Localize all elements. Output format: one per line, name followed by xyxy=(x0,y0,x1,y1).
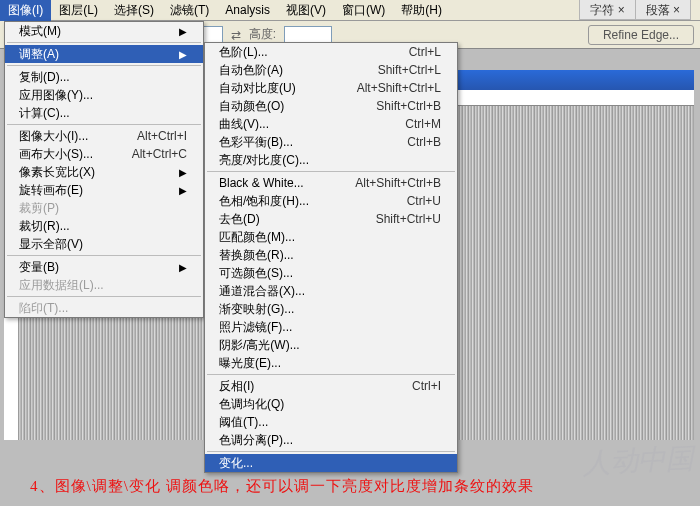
menu-item-label: 应用数据组(L)... xyxy=(19,277,104,294)
menu-3[interactable]: 滤镜(T) xyxy=(162,0,217,21)
menu-item-label: 色调分离(P)... xyxy=(219,432,293,449)
menu-item-label: 替换颜色(R)... xyxy=(219,247,294,264)
menu-item-label: 渐变映射(G)... xyxy=(219,301,294,318)
menu-adjust-item[interactable]: 色阶(L)...Ctrl+L xyxy=(205,43,457,61)
menu-item-shortcut: Ctrl+B xyxy=(407,135,441,149)
menu-adjust-item[interactable]: 照片滤镜(F)... xyxy=(205,318,457,336)
refine-edge-button[interactable]: Refine Edge... xyxy=(588,25,694,45)
menu-image-item[interactable]: 画布大小(S)...Alt+Ctrl+C xyxy=(5,145,203,163)
menu-item-label: 调整(A) xyxy=(19,46,59,63)
menu-item-label: 裁切(R)... xyxy=(19,218,70,235)
menu-item-label: 曲线(V)... xyxy=(219,116,269,133)
menu-item-label: 曝光度(E)... xyxy=(219,355,281,372)
menu-adjust-item[interactable]: 去色(D)Shift+Ctrl+U xyxy=(205,210,457,228)
menu-item-label: 去色(D) xyxy=(219,211,260,228)
panel-tab-1[interactable]: 段落 × xyxy=(636,0,690,19)
menu-item-label: 裁剪(P) xyxy=(19,200,59,217)
menu-adjust-item[interactable]: 亮度/对比度(C)... xyxy=(205,151,457,169)
menu-item-label: 亮度/对比度(C)... xyxy=(219,152,309,169)
menu-item-label: 色阶(L)... xyxy=(219,44,268,61)
menu-2[interactable]: 选择(S) xyxy=(106,0,162,21)
menu-item-label: 变化... xyxy=(219,455,253,472)
menu-item-label: 阴影/高光(W)... xyxy=(219,337,300,354)
menu-image-item[interactable]: 应用图像(Y)... xyxy=(5,86,203,104)
menu-1[interactable]: 图层(L) xyxy=(51,0,106,21)
swap-icon[interactable]: ⇄ xyxy=(231,28,241,42)
menu-adjust-item[interactable]: 曝光度(E)... xyxy=(205,354,457,372)
menu-image-item[interactable]: 变量(B)▶ xyxy=(5,258,203,276)
menu-item-label: 自动颜色(O) xyxy=(219,98,284,115)
menu-6[interactable]: 窗口(W) xyxy=(334,0,393,21)
menu-adjust-item[interactable]: Black & White...Alt+Shift+Ctrl+B xyxy=(205,174,457,192)
menu-image-item[interactable]: 复制(D)... xyxy=(5,68,203,86)
menu-adjust-item[interactable]: 渐变映射(G)... xyxy=(205,300,457,318)
panel-tabs: 字符 ×段落 × xyxy=(579,0,691,20)
menu-adjust-item[interactable]: 替换颜色(R)... xyxy=(205,246,457,264)
menu-item-label: 图像大小(I)... xyxy=(19,128,88,145)
menu-item-label: 可选颜色(S)... xyxy=(219,265,293,282)
menu-image-item[interactable]: 裁切(R)... xyxy=(5,217,203,235)
menu-item-label: 自动对比度(U) xyxy=(219,80,296,97)
menu-adjust-item[interactable]: 自动颜色(O)Shift+Ctrl+B xyxy=(205,97,457,115)
menu-adjust-item[interactable]: 变化... xyxy=(205,454,457,472)
menu-adjust-item[interactable]: 匹配颜色(M)... xyxy=(205,228,457,246)
menu-adjust-item[interactable]: 阈值(T)... xyxy=(205,413,457,431)
menu-item-shortcut: Shift+Ctrl+U xyxy=(376,212,441,226)
menu-item-label: 色相/饱和度(H)... xyxy=(219,193,309,210)
menu-image-item[interactable]: 模式(M)▶ xyxy=(5,22,203,40)
menu-5[interactable]: 视图(V) xyxy=(278,0,334,21)
menu-item-label: 自动色阶(A) xyxy=(219,62,283,79)
menu-adjust-item[interactable]: 色相/饱和度(H)...Ctrl+U xyxy=(205,192,457,210)
menu-adjust-item[interactable]: 曲线(V)...Ctrl+M xyxy=(205,115,457,133)
panel-tab-0[interactable]: 字符 × xyxy=(580,0,635,19)
menu-adjust-item[interactable]: 自动对比度(U)Alt+Shift+Ctrl+L xyxy=(205,79,457,97)
menu-item-shortcut: Ctrl+M xyxy=(405,117,441,131)
menu-image-item: 应用数据组(L)... xyxy=(5,276,203,294)
menu-adjust-item[interactable]: 色彩平衡(B)...Ctrl+B xyxy=(205,133,457,151)
menu-7[interactable]: 帮助(H) xyxy=(393,0,450,21)
menu-image-item[interactable]: 旋转画布(E)▶ xyxy=(5,181,203,199)
menu-item-label: 变量(B) xyxy=(19,259,59,276)
menu-image-item[interactable]: 图像大小(I)...Alt+Ctrl+I xyxy=(5,127,203,145)
menu-image-item: 陷印(T)... xyxy=(5,299,203,317)
menu-image-item[interactable]: 显示全部(V) xyxy=(5,235,203,253)
menu-item-label: 模式(M) xyxy=(19,23,61,40)
menu-adjust-item[interactable]: 自动色阶(A)Shift+Ctrl+L xyxy=(205,61,457,79)
menu-item-shortcut: Alt+Ctrl+I xyxy=(137,129,187,143)
menu-image-item: 裁剪(P) xyxy=(5,199,203,217)
submenu-arrow-icon: ▶ xyxy=(179,26,187,37)
height-input[interactable] xyxy=(284,26,332,44)
menu-4[interactable]: Analysis xyxy=(217,1,278,19)
menu-item-shortcut: Alt+Shift+Ctrl+B xyxy=(355,176,441,190)
submenu-arrow-icon: ▶ xyxy=(179,49,187,60)
submenu-arrow-icon: ▶ xyxy=(179,262,187,273)
menu-item-label: 通道混合器(X)... xyxy=(219,283,305,300)
menu-item-label: 旋转画布(E) xyxy=(19,182,83,199)
menu-image-separator xyxy=(7,255,201,256)
menu-image-item[interactable]: 像素长宽比(X)▶ xyxy=(5,163,203,181)
menu-adjustments: 色阶(L)...Ctrl+L自动色阶(A)Shift+Ctrl+L自动对比度(U… xyxy=(204,42,458,473)
menu-adjust-item[interactable]: 阴影/高光(W)... xyxy=(205,336,457,354)
menu-adjust-separator xyxy=(207,451,455,452)
menu-0[interactable]: 图像(I) xyxy=(0,0,51,21)
menu-adjust-item[interactable]: 可选颜色(S)... xyxy=(205,264,457,282)
menu-adjust-item[interactable]: 通道混合器(X)... xyxy=(205,282,457,300)
menu-adjust-item[interactable]: 反相(I)Ctrl+I xyxy=(205,377,457,395)
menu-item-label: Black & White... xyxy=(219,176,304,190)
menu-image-separator xyxy=(7,296,201,297)
menu-item-label: 显示全部(V) xyxy=(19,236,83,253)
menu-item-label: 应用图像(Y)... xyxy=(19,87,93,104)
submenu-arrow-icon: ▶ xyxy=(179,185,187,196)
menu-item-shortcut: Shift+Ctrl+B xyxy=(376,99,441,113)
menu-item-label: 匹配颜色(M)... xyxy=(219,229,295,246)
menu-adjust-item[interactable]: 色调分离(P)... xyxy=(205,431,457,449)
menu-item-label: 照片滤镜(F)... xyxy=(219,319,292,336)
menu-image-item[interactable]: 计算(C)... xyxy=(5,104,203,122)
menu-item-shortcut: Ctrl+U xyxy=(407,194,441,208)
menu-item-label: 画布大小(S)... xyxy=(19,146,93,163)
height-label: 高度: xyxy=(249,26,276,43)
menu-adjust-item[interactable]: 色调均化(Q) xyxy=(205,395,457,413)
menu-item-shortcut: Ctrl+L xyxy=(409,45,441,59)
menu-image-item[interactable]: 调整(A)▶ xyxy=(5,45,203,63)
menu-item-shortcut: Shift+Ctrl+L xyxy=(378,63,441,77)
